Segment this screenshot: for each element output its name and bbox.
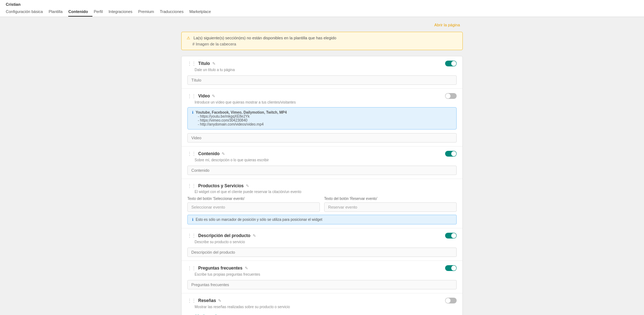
drag-handle-productos[interactable]: ⋮⋮ <box>187 183 196 188</box>
edit-icon-video[interactable]: ✎ <box>212 94 215 99</box>
drag-handle-preguntas[interactable]: ⋮⋮ <box>187 266 196 271</box>
section-title-descripcion: Descripción del producto <box>198 233 251 238</box>
notice-icon: ℹ <box>192 218 193 222</box>
section-desc-productos: El widget con el que el cliente puede re… <box>195 190 457 194</box>
nav-tab-traducciones[interactable]: Traducciones <box>160 7 188 17</box>
section-video: ⋮⋮Video✎Introduce un vídeo que quieras m… <box>182 89 462 146</box>
edit-icon-titulo[interactable]: ✎ <box>212 61 216 66</box>
section-productos: ⋮⋮Productos y Servicios✎El widget con el… <box>182 179 462 228</box>
products-buttons-row: Texto del botón 'Seleccionar evento'Text… <box>187 197 457 212</box>
toggle-video[interactable] <box>445 93 457 99</box>
section-preguntas: ⋮⋮Preguntas frecuentes✎Escribe tus propi… <box>182 261 462 293</box>
warning-icon: ⚠ <box>187 36 190 40</box>
btn-reserve-label: Texto del botón 'Reservar evento' <box>324 197 457 201</box>
brand-name: Cristian <box>6 0 638 7</box>
drag-handle-descripcion[interactable]: ⋮⋮ <box>187 233 196 238</box>
btn-select-label: Texto del botón 'Seleccionar evento' <box>187 197 320 201</box>
products-notice: ℹEsto es sólo un marcador de posición y … <box>187 215 457 224</box>
info-icon-video: ℹ <box>192 110 193 114</box>
section-titulo: ⋮⋮Título✎Dale un título a tu página <box>182 56 462 89</box>
nav-tab-plantilla[interactable]: Plantilla <box>49 7 67 17</box>
open-page-link[interactable]: Abrir la página <box>434 23 460 27</box>
edit-icon-descripcion[interactable]: ✎ <box>253 233 256 238</box>
nav-tab-premium[interactable]: Premium <box>138 7 158 17</box>
section-title-resenas: Reseñas <box>198 298 216 303</box>
btn-reserve-input[interactable] <box>324 202 457 212</box>
nav-tab-integraciones[interactable]: Integraciones <box>109 7 137 17</box>
btn-select-input[interactable] <box>187 202 320 212</box>
video-example: - https://vimeo.com/304230840 <box>198 118 452 122</box>
section-resenas: ⋮⋮Reseñas✎Mostrar las reseñas realizadas… <box>182 293 462 315</box>
drag-handle-contenido[interactable]: ⋮⋮ <box>187 151 196 156</box>
input-descripcion[interactable] <box>187 248 457 257</box>
section-title-titulo: Título <box>198 61 210 66</box>
section-contenido: ⋮⋮Contenido✎Sobre mí, descripción o lo q… <box>182 146 462 179</box>
nav-tabs: Configuración básicaPlantillaContenidoPe… <box>6 7 638 17</box>
section-title-contenido: Contenido <box>198 151 219 156</box>
open-page-link-row: Abrir la página <box>181 21 463 29</box>
edit-icon-preguntas[interactable]: ✎ <box>245 266 248 271</box>
section-desc-video: Introduce un vídeo que quieras mostrar a… <box>195 100 457 104</box>
input-contenido[interactable] <box>187 166 457 175</box>
nav-tab-contenido[interactable]: Contenido <box>68 7 92 17</box>
video-info-box: ℹYoutube, Facebook, Vimeo, Dailymotion, … <box>187 107 457 130</box>
toggle-titulo[interactable] <box>445 61 457 66</box>
section-desc-titulo: Dale un título a tu página <box>195 68 457 72</box>
drag-handle-titulo[interactable]: ⋮⋮ <box>187 61 196 66</box>
section-desc-contenido: Sobre mí, descripción o lo que quieras e… <box>195 158 457 162</box>
nav-tab-config[interactable]: Configuración básica <box>6 7 47 17</box>
nav-tab-perfil[interactable]: Perfil <box>94 7 107 17</box>
main-content: Abrir la página ⚠ La(s) siguiente(s) sec… <box>0 17 644 315</box>
input-titulo[interactable] <box>187 75 457 85</box>
section-desc-resenas: Mostrar las reseñas realizadas sobre su … <box>195 305 457 309</box>
video-example: - http://anydomain.com/videos/video.mp4 <box>198 122 452 126</box>
warning-box: ⚠ La(s) siguiente(s) sección(es) no está… <box>181 32 463 50</box>
drag-handle-resenas[interactable]: ⋮⋮ <box>187 298 196 303</box>
video-example: - https://youtu.be/mkgqXE8e2Yk <box>198 114 452 118</box>
input-video[interactable] <box>187 133 457 143</box>
toggle-descripcion[interactable] <box>445 233 457 239</box>
toggle-resenas[interactable] <box>445 298 457 303</box>
edit-icon-contenido[interactable]: ✎ <box>222 152 225 156</box>
toggle-preguntas[interactable] <box>445 265 457 271</box>
toggle-contenido[interactable] <box>445 151 457 157</box>
section-title-productos: Productos y Servicios <box>198 183 244 188</box>
edit-icon-resenas[interactable]: ✎ <box>218 298 221 303</box>
section-descripcion: ⋮⋮Descripción del producto✎Describe su p… <box>182 228 462 261</box>
section-desc-descripcion: Describe su producto o servicio <box>195 240 457 244</box>
drag-handle-video[interactable]: ⋮⋮ <box>187 93 196 99</box>
section-desc-preguntas: Escribe tus propias preguntas frecuentes <box>195 272 457 276</box>
sections-container: ⋮⋮Título✎Dale un título a tu página⋮⋮Vid… <box>181 56 463 315</box>
section-title-video: Video <box>198 93 210 99</box>
nav-tab-marketplace[interactable]: Marketplace <box>189 7 215 17</box>
section-title-preguntas: Preguntas frecuentes <box>198 266 243 271</box>
warning-title: La(s) siguiente(s) sección(es) no están … <box>193 36 336 40</box>
edit-icon-productos[interactable]: ✎ <box>246 184 249 188</box>
input-preguntas[interactable] <box>187 280 457 289</box>
warning-sub: # Imagen de la cabecera <box>192 42 457 46</box>
